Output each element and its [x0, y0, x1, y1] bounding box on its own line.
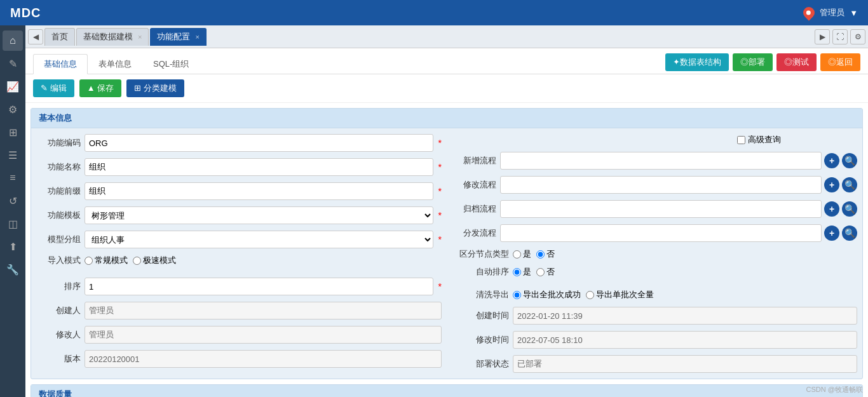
func-name-row: 功能名称 * [31, 155, 447, 179]
modify-time-label: 修改时间 [452, 334, 509, 346]
sidebar-settings-icon[interactable]: ⚙ [3, 99, 23, 119]
tab-func-config-label: 功能配置 [157, 31, 190, 43]
func-template-select[interactable]: 树形管理 列表管理 表单管理 [85, 206, 433, 224]
model-group-select[interactable]: 组织人事 财务管理 系统管理 [85, 231, 433, 248]
auto-sort-row: 自动排序 是 否 [447, 263, 862, 281]
model-group-row: 模型分组 组织人事 财务管理 系统管理 * [31, 227, 447, 252]
watermark: CSDN @牧通畅联 [806, 385, 863, 394]
tab-expand-btn[interactable]: ⛶ [832, 29, 848, 44]
sort-order-input[interactable] [85, 278, 433, 295]
sidebar-refresh-icon[interactable]: ↺ [3, 191, 23, 211]
func-code-input[interactable] [85, 134, 433, 152]
sub-tab-sql-org[interactable]: SQL-组织 [142, 54, 200, 74]
wash-export-single[interactable]: 导出单批次全量 [586, 289, 654, 300]
edit-flow-input[interactable] [500, 176, 822, 194]
func-prefix-input[interactable] [85, 182, 433, 200]
form-scroll-area: 基本信息 功能编码 * [25, 103, 868, 397]
distribute-flow-search-btn[interactable]: 🔍 [842, 225, 857, 241]
tab-settings-btn[interactable]: ⚙ [850, 29, 865, 44]
tab-base-data-label: 基础数据建模 [83, 31, 133, 43]
user-menu[interactable]: 管理员 ▼ [803, 7, 858, 18]
import-mode-normal[interactable]: 常规模式 [85, 255, 128, 266]
archive-flow-search-btn[interactable]: 🔍 [842, 201, 857, 217]
save-button[interactable]: ▲ 保存 [79, 79, 121, 97]
modifier-label: 修改人 [36, 329, 81, 340]
modifier-row: 修改人 [31, 323, 447, 347]
distribute-flow-input-row: + 🔍 [500, 224, 857, 242]
edit-flow-search-btn[interactable]: 🔍 [842, 177, 857, 192]
sub-tab-basic-info[interactable]: 基础信息 [33, 54, 88, 74]
wash-export-label: 清洗导出 [452, 289, 509, 300]
add-flow-input[interactable] [500, 152, 822, 170]
add-flow-row: 新增流程 + 🔍 [447, 149, 862, 173]
advanced-query-checkbox[interactable] [737, 136, 745, 144]
archive-flow-add-btn[interactable]: + [824, 201, 839, 217]
data-quality-header: 数据质量 [31, 385, 862, 397]
tab-base-data[interactable]: 基础数据建模 × [76, 28, 149, 46]
sidebar-list-icon[interactable]: ≡ [3, 168, 23, 188]
back-button[interactable]: ◎返回 [820, 53, 860, 71]
sidebar-wrench-icon[interactable]: 🔧 [3, 259, 23, 279]
sidebar-menu-icon[interactable]: ☰ [3, 145, 23, 165]
edit-flow-add-btn[interactable]: + [824, 177, 839, 192]
archive-flow-input-row: + 🔍 [500, 200, 857, 218]
edit-flow-input-row: + 🔍 [500, 176, 857, 194]
func-name-input[interactable] [85, 158, 433, 176]
func-name-required: * [438, 162, 442, 172]
content-area: 基础信息 表单信息 SQL-组织 ✦数据表结构 ◎部署 ◎测试 ◎返回 ✎ 编辑… [25, 48, 868, 397]
add-flow-input-row: + 🔍 [500, 152, 857, 170]
tab-nav-left[interactable]: ◀ [28, 29, 43, 44]
sidebar-upload-icon[interactable]: ⬆ [3, 236, 23, 257]
archive-flow-row: 归档流程 + 🔍 [447, 197, 862, 221]
form-right-col: 高级查询 新增流程 + 🔍 [447, 131, 862, 376]
func-prefix-row: 功能前缀 * [31, 179, 447, 203]
tab-nav-right[interactable]: ▶ [815, 29, 830, 44]
model-group-label: 模型分组 [36, 234, 81, 245]
form-left-col: 功能编码 * 功能名称 * [31, 131, 447, 376]
import-mode-fast[interactable]: 极速模式 [133, 255, 176, 266]
sub-tab-form-info[interactable]: 表单信息 [88, 54, 142, 74]
test-button[interactable]: ◎测试 [776, 53, 817, 71]
creator-label: 创建人 [36, 305, 81, 316]
classify-button[interactable]: ⊞ 分类建模 [126, 79, 184, 97]
wash-export-all[interactable]: 导出全批次成功 [513, 289, 581, 300]
func-prefix-required: * [438, 186, 442, 196]
add-flow-add-btn[interactable]: + [824, 153, 839, 168]
node-type-label: 区分节点类型 [452, 248, 509, 260]
advanced-query-row: 高级查询 [447, 131, 862, 149]
func-code-required: * [438, 138, 442, 148]
deploy-status-row: 部署状态 [447, 352, 862, 376]
data-structure-button[interactable]: ✦数据表结构 [665, 53, 729, 71]
tab-home[interactable]: 首页 [44, 28, 75, 46]
distribute-flow-add-btn[interactable]: + [824, 225, 839, 241]
node-type-no[interactable]: 否 [536, 248, 555, 260]
deploy-button[interactable]: ◎部署 [733, 53, 773, 71]
add-flow-search-btn[interactable]: 🔍 [842, 153, 857, 168]
deploy-status-label: 部署状态 [452, 358, 509, 370]
sidebar-database-icon[interactable]: ◫ [3, 213, 23, 234]
sidebar: ⌂ ✎ 📈 ⚙ ⊞ ☰ ≡ ↺ ◫ ⬆ 🔧 [0, 25, 25, 397]
create-time-row: 创建时间 [447, 304, 862, 328]
tab-func-config-close[interactable]: × [195, 33, 199, 41]
auto-sort-yes[interactable]: 是 [513, 266, 531, 278]
top-header: MDC 管理员 ▼ [0, 0, 868, 25]
tab-func-config[interactable]: 功能配置 × [150, 28, 206, 46]
sidebar-edit-icon[interactable]: ✎ [3, 53, 23, 74]
distribute-flow-input[interactable] [500, 224, 822, 242]
sidebar-chart-icon[interactable]: 📈 [3, 76, 23, 97]
distribute-flow-row: 分发流程 + 🔍 [447, 221, 862, 245]
tab-base-data-close[interactable]: × [138, 33, 142, 41]
node-type-yes[interactable]: 是 [513, 248, 531, 260]
archive-flow-input[interactable] [500, 200, 822, 218]
modifier-input [85, 326, 442, 344]
edit-button[interactable]: ✎ 编辑 [33, 79, 74, 97]
creator-row: 创建人 [31, 299, 447, 323]
import-mode-group: 常规模式 极速模式 [85, 255, 176, 266]
func-template-label: 功能模板 [36, 210, 81, 221]
create-time-label: 创建时间 [452, 310, 509, 321]
auto-sort-no[interactable]: 否 [536, 266, 555, 278]
app-logo: MDC [10, 6, 41, 20]
sidebar-home-icon[interactable]: ⌂ [3, 30, 23, 51]
sidebar-grid-icon[interactable]: ⊞ [3, 122, 23, 142]
location-icon [801, 4, 817, 20]
